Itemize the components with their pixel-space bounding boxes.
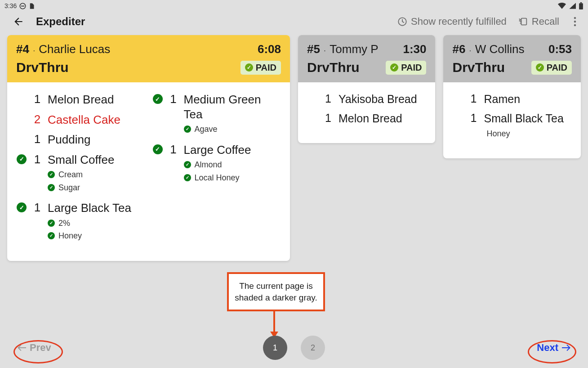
bottom-nav: Prev 1 2 Next: [0, 336, 588, 360]
modifier: Honey: [48, 231, 145, 241]
ticket-body: 1 Ramen 1 Small Black Tea Honey: [443, 82, 581, 158]
recall-icon: [518, 17, 528, 27]
ticket-elapsed: 6:08: [258, 42, 281, 56]
check-icon: [48, 184, 55, 191]
ticket-header: #6 · W Collins 0:53 DrvThru PAID: [443, 35, 581, 82]
paid-badge: PAID: [386, 61, 426, 75]
check-icon: [245, 63, 253, 72]
line-item[interactable]: 1 Melon Bread: [307, 112, 427, 126]
check-icon: [48, 171, 55, 178]
line-item[interactable]: 2 Castella Cake: [16, 112, 145, 127]
page-dot[interactable]: 1: [263, 336, 287, 360]
tickets-row: #4 · Charlie Lucas 6:08 DrvThru PAID 1: [0, 35, 588, 261]
check-icon: [184, 161, 191, 168]
modifier: Sugar: [48, 183, 145, 193]
modifier: Local Honey: [184, 173, 281, 183]
ticket-elapsed: 1:30: [403, 42, 426, 56]
check-icon: [390, 63, 398, 72]
line-item[interactable]: 1 Small Black Tea Honey: [452, 112, 572, 141]
annotation-ellipse-icon: [528, 340, 576, 364]
do-not-disturb-icon: [19, 3, 26, 9]
ticket-card[interactable]: #6 · W Collins 0:53 DrvThru PAID 1 Ram: [443, 35, 581, 158]
svg-rect-3: [580, 2, 582, 3]
modifier: Almond: [184, 160, 281, 170]
ticket-body: 1 Yakisoba Bread 1 Melon Bread: [298, 82, 436, 143]
line-item[interactable]: 1 Large Black Tea 2% Honey: [16, 201, 145, 244]
line-item[interactable]: 1 Melon Bread: [16, 92, 145, 107]
ticket-channel: DrvThru: [452, 60, 505, 75]
ticket-customer: Charlie Lucas: [39, 42, 110, 56]
ticket-card[interactable]: #4 · Charlie Lucas 6:08 DrvThru PAID 1: [7, 35, 290, 261]
ticket-card[interactable]: #5 · Tommy P 1:30 DrvThru PAID 1 Yakis: [298, 35, 436, 143]
ticket-number: #5: [307, 42, 320, 56]
check-icon: [17, 154, 27, 164]
line-item[interactable]: 1 Pudding: [16, 132, 145, 147]
show-recently-fulfilled-button[interactable]: Show recently fulfilled: [397, 16, 507, 27]
ticket-header: #4 · Charlie Lucas 6:08 DrvThru PAID: [7, 35, 290, 82]
modifier: 2%: [48, 218, 145, 229]
wifi-icon: [558, 3, 566, 9]
check-icon: [153, 94, 163, 104]
ticket-elapsed: 0:53: [548, 42, 572, 56]
svg-rect-5: [521, 18, 526, 25]
page-title: Expediter: [36, 15, 85, 28]
page-dot[interactable]: 2: [301, 336, 325, 360]
check-icon: [153, 144, 163, 154]
paid-badge: PAID: [531, 61, 572, 75]
svg-point-8: [574, 24, 576, 27]
check-icon: [184, 126, 191, 133]
line-item[interactable]: 1 Medium Green Tea Agave: [152, 92, 281, 137]
battery-icon: [579, 2, 584, 9]
annotation-callout: The current page is shaded a darker gray…: [227, 272, 325, 311]
check-icon: [536, 63, 544, 72]
paid-badge: PAID: [241, 61, 281, 75]
action-label: Recall: [532, 16, 559, 27]
recall-button[interactable]: Recall: [518, 16, 559, 27]
modifier: Cream: [48, 170, 145, 180]
modifier: Agave: [184, 124, 281, 135]
annotation-arrow-icon: [273, 311, 275, 337]
svg-rect-2: [579, 3, 583, 9]
check-icon: [48, 232, 55, 239]
page-indicator: 1 2: [263, 336, 325, 360]
svg-rect-1: [21, 5, 25, 6]
overflow-menu-button[interactable]: [571, 17, 579, 27]
ticket-customer: W Collins: [475, 42, 525, 56]
ticket-number: #4: [16, 42, 29, 56]
status-time: 3:36: [4, 2, 17, 9]
ticket-channel: DrvThru: [16, 60, 69, 75]
line-item[interactable]: 1 Yakisoba Bread: [307, 92, 427, 106]
line-item[interactable]: 1 Ramen: [452, 92, 572, 106]
ticket-customer: Tommy P: [330, 42, 378, 56]
ticket-header: #5 · Tommy P 1:30 DrvThru PAID: [298, 35, 436, 82]
clock-icon: [397, 17, 407, 27]
svg-point-6: [574, 17, 576, 19]
check-icon: [48, 220, 55, 227]
action-label: Show recently fulfilled: [411, 16, 507, 27]
ticket-number: #6: [452, 42, 465, 56]
check-icon: [184, 174, 191, 181]
cell-signal-icon: [569, 3, 576, 9]
modifier: Honey: [486, 129, 572, 139]
ticket-body: 1 Melon Bread 2 Castella Cake 1 Pudding …: [7, 82, 290, 261]
back-button[interactable]: [13, 16, 24, 27]
sim-icon: [29, 3, 35, 9]
app-bar: Expediter Show recently fulfilled Recall: [0, 11, 588, 35]
ticket-channel: DrvThru: [307, 60, 360, 75]
svg-point-7: [574, 21, 576, 23]
check-icon: [17, 202, 27, 212]
line-item[interactable]: 1 Large Coffee Almond Local Honey: [152, 143, 281, 186]
annotation-ellipse-icon: [13, 340, 63, 364]
status-bar: 3:36: [0, 0, 588, 11]
line-item[interactable]: 1 Small Coffee Cream Sugar: [16, 153, 145, 196]
